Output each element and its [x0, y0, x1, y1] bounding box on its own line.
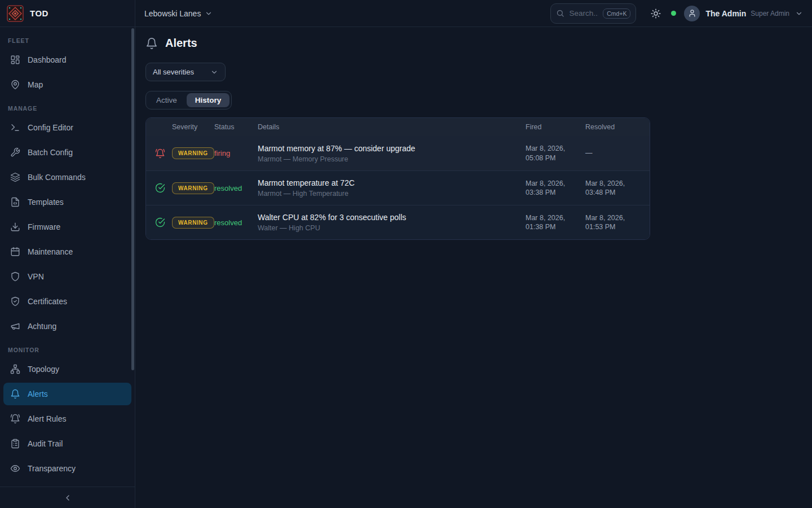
- dashboard-icon: [10, 55, 20, 65]
- alerts-tabs: Active History: [145, 91, 232, 110]
- sidebar-item-audit-trail[interactable]: Audit Trail: [3, 432, 131, 455]
- alert-title: Marmot memory at 87% — consider upgrade: [258, 144, 526, 153]
- sidebar-item-firmware[interactable]: Firmware: [3, 216, 131, 238]
- search-shortcut-badge: Cmd+K: [603, 8, 630, 19]
- resolved-timestamp: Mar 8, 2026, 01:53 PM: [585, 213, 641, 232]
- alerts-history-table: Severity Status Details Fired Resolved W…: [145, 117, 650, 240]
- tab-active[interactable]: Active: [148, 93, 186, 107]
- sidebar-item-maintenance[interactable]: Maintenance: [3, 240, 131, 263]
- sidebar-item-alert-rules[interactable]: Alert Rules: [3, 408, 131, 430]
- sidebar-item-topology[interactable]: Topology: [3, 358, 131, 380]
- table-row[interactable]: WARNING firing Marmot memory at 87% — co…: [146, 136, 650, 170]
- bell-icon: [10, 389, 20, 399]
- status-text: firing: [214, 149, 258, 157]
- column-header-details: Details: [258, 123, 526, 131]
- shield-check-icon: [10, 296, 20, 306]
- fired-timestamp: Mar 8, 2026, 01:38 PM: [526, 213, 585, 232]
- search-input[interactable]: [569, 9, 598, 17]
- eye-icon: [10, 463, 20, 474]
- sidebar-item-vpn[interactable]: VPN: [3, 265, 131, 288]
- chevron-down-icon: [210, 68, 218, 76]
- network-icon: [10, 364, 20, 374]
- sidebar-scrollbar-thumb[interactable]: [131, 28, 134, 370]
- sidebar-item-label: Transparency: [28, 464, 76, 473]
- section-label-monitor: MONITOR: [8, 347, 127, 353]
- sidebar-item-label: Firmware: [28, 222, 60, 231]
- sidebar-item-label: Topology: [28, 365, 59, 374]
- sidebar: TOD FLEET Dashboard Map MANAGE Co: [0, 0, 135, 508]
- sidebar-item-alerts[interactable]: Alerts: [3, 383, 131, 405]
- user-name: The Admin: [705, 9, 746, 18]
- table-row[interactable]: WARNING resolved Walter CPU at 82% for 3…: [146, 205, 650, 239]
- sidebar-item-label: Batch Config: [28, 148, 73, 157]
- brand-logo-row[interactable]: TOD: [0, 0, 135, 27]
- theme-toggle-sun-icon[interactable]: [651, 8, 661, 19]
- sidebar-item-map[interactable]: Map: [3, 73, 131, 96]
- tab-history[interactable]: History: [187, 93, 230, 107]
- column-header-status: Status: [214, 123, 258, 131]
- clipboard-list-icon: [10, 439, 20, 449]
- rug-logo-icon: [7, 5, 24, 22]
- sidebar-item-bulk-commands[interactable]: Bulk Commands: [3, 166, 131, 189]
- section-label-manage: MANAGE: [8, 105, 127, 112]
- bell-ring-icon: [10, 414, 20, 424]
- wrench-icon: [10, 147, 20, 157]
- sidebar-item-label: Bulk Commands: [28, 173, 86, 182]
- section-label-fleet: FLEET: [8, 37, 127, 44]
- sidebar-item-label: Dashboard: [28, 55, 67, 64]
- fired-timestamp: Mar 8, 2026, 03:38 PM: [526, 179, 585, 198]
- bell-ring-icon: [155, 148, 172, 159]
- org-selector-label: Lebowski Lanes: [144, 9, 201, 18]
- alert-title: Marmot temperature at 72C: [258, 178, 526, 187]
- sidebar-item-label: Alerts: [28, 389, 48, 398]
- alert-subtitle: Marmot — High Temperature: [258, 190, 526, 198]
- sidebar-item-label: Maintenance: [28, 247, 73, 256]
- page-title: Alerts: [165, 37, 197, 50]
- sidebar-item-achtung[interactable]: Achtung: [3, 315, 131, 338]
- calendar-icon: [10, 247, 20, 257]
- user-role-badge: Super Admin: [751, 10, 789, 17]
- table-header-row: Severity Status Details Fired Resolved: [146, 118, 650, 136]
- sidebar-nav: FLEET Dashboard Map MANAGE Config Editor: [0, 27, 135, 487]
- avatar[interactable]: [684, 6, 700, 21]
- app-window: TOD FLEET Dashboard Map MANAGE Co: [0, 0, 812, 508]
- chevron-left-icon: [63, 493, 72, 502]
- severity-badge: WARNING: [172, 182, 214, 194]
- column-header-resolved: Resolved: [585, 123, 641, 131]
- table-row[interactable]: WARNING resolved Marmot temperature at 7…: [146, 170, 650, 205]
- severity-filter-select[interactable]: All severities: [145, 63, 226, 81]
- sidebar-item-batch-config[interactable]: Batch Config: [3, 141, 131, 164]
- sidebar-item-label: Audit Trail: [28, 439, 63, 448]
- check-circle-icon: [155, 183, 172, 193]
- sidebar-item-certificates[interactable]: Certificates: [3, 290, 131, 313]
- sidebar-item-label: Templates: [28, 198, 64, 207]
- status-text: resolved: [214, 218, 258, 227]
- status-dot: [671, 11, 676, 16]
- sidebar-item-dashboard[interactable]: Dashboard: [3, 49, 131, 71]
- sidebar-item-transparency[interactable]: Transparency: [3, 457, 131, 480]
- topbar: Lebowski Lanes Cmd+K The Admin Super Adm…: [135, 0, 812, 27]
- resolved-timestamp: Mar 8, 2026, 03:48 PM: [585, 179, 641, 198]
- sidebar-item-label: Alert Rules: [28, 414, 66, 423]
- user-menu-chevron-down-icon[interactable]: [795, 10, 803, 17]
- layers-icon: [10, 172, 20, 182]
- severity-filter-value: All severities: [153, 68, 194, 76]
- search-box[interactable]: Cmd+K: [550, 3, 636, 24]
- alert-subtitle: Walter — High CPU: [258, 224, 526, 232]
- resolved-timestamp: —: [585, 148, 641, 158]
- search-icon: [556, 9, 564, 17]
- status-text: resolved: [214, 184, 258, 192]
- sidebar-collapse-button[interactable]: [0, 487, 135, 508]
- shield-icon: [10, 271, 20, 282]
- terminal-icon: [10, 122, 20, 133]
- sidebar-item-templates[interactable]: Templates: [3, 191, 131, 213]
- sidebar-item-config-editor[interactable]: Config Editor: [3, 116, 131, 139]
- column-header-severity: Severity: [172, 123, 214, 131]
- file-code-icon: [10, 197, 20, 207]
- megaphone-icon: [10, 321, 20, 331]
- severity-badge: WARNING: [172, 217, 214, 229]
- org-selector[interactable]: Lebowski Lanes: [144, 9, 213, 18]
- chevron-down-icon: [205, 10, 213, 17]
- sidebar-item-label: Config Editor: [28, 123, 73, 132]
- sidebar-item-label: Map: [28, 80, 43, 89]
